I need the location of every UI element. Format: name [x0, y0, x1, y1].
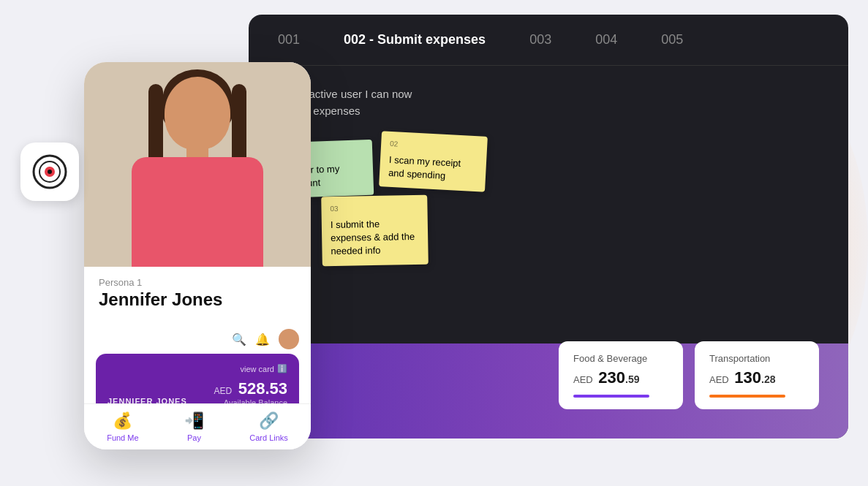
persona-label: Persona 1 — [99, 277, 296, 288]
svg-point-3 — [48, 170, 52, 174]
search-icon[interactable]: 🔍 — [232, 333, 246, 346]
person-head — [165, 77, 230, 150]
story-panel: 001 002 - Submit expenses 003 004 005 As… — [249, 15, 848, 438]
nav-card-links[interactable]: 🔗 Card Links — [249, 411, 288, 442]
fund-me-icon: 💰 — [113, 411, 132, 430]
tab-002[interactable]: 002 - Submit expenses — [344, 32, 486, 48]
story-content: As an active user I can now submit expen… — [249, 66, 848, 330]
tab-005[interactable]: 005 — [661, 32, 683, 48]
expense-bar-food — [573, 395, 649, 398]
bell-icon[interactable]: 🔔 — [255, 333, 270, 346]
expense-card-transport: Transportation AED 130.28 — [695, 341, 819, 409]
logo-rings-svg — [31, 153, 68, 190]
persona-info: Persona 1 Jennifer Jones — [84, 267, 311, 324]
tab-004[interactable]: 004 — [595, 32, 617, 48]
expense-cards: Food & Beverage AED 230.59 Transportatio… — [559, 341, 819, 409]
pay-icon: 📲 — [184, 411, 204, 430]
phone-photo — [84, 62, 311, 267]
tab-001[interactable]: 001 — [278, 32, 300, 48]
tab-003[interactable]: 003 — [529, 32, 551, 48]
person-body — [132, 157, 263, 267]
app-header: 🔍 🔔 — [84, 324, 311, 354]
sticky-note-03: 03 I submit the expenses & add the neede… — [321, 195, 429, 266]
view-card-label: view card ℹ️ — [107, 364, 287, 373]
sticky-notes-area: 01 I enter to my account 02 I scan my re… — [278, 141, 819, 287]
expense-card-food: Food & Beverage AED 230.59 — [559, 341, 683, 409]
phone-card: Persona 1 Jennifer Jones 🔍 🔔 view card ℹ… — [84, 62, 311, 449]
app-logo — [20, 143, 79, 201]
nav-pay[interactable]: 📲 Pay — [184, 411, 204, 442]
avatar[interactable] — [279, 329, 299, 349]
person-figure — [124, 62, 271, 267]
story-tabs: 001 002 - Submit expenses 003 004 005 — [249, 15, 848, 66]
nav-fund-me[interactable]: 💰 Fund Me — [107, 411, 138, 442]
card-links-icon: 🔗 — [259, 411, 279, 430]
bottom-nav: 💰 Fund Me 📲 Pay 🔗 Card Links — [84, 403, 311, 449]
expense-bar-transport — [709, 395, 785, 398]
persona-name: Jennifer Jones — [99, 289, 296, 310]
sticky-note-02: 02 I scan my receipt and spending — [379, 131, 488, 192]
